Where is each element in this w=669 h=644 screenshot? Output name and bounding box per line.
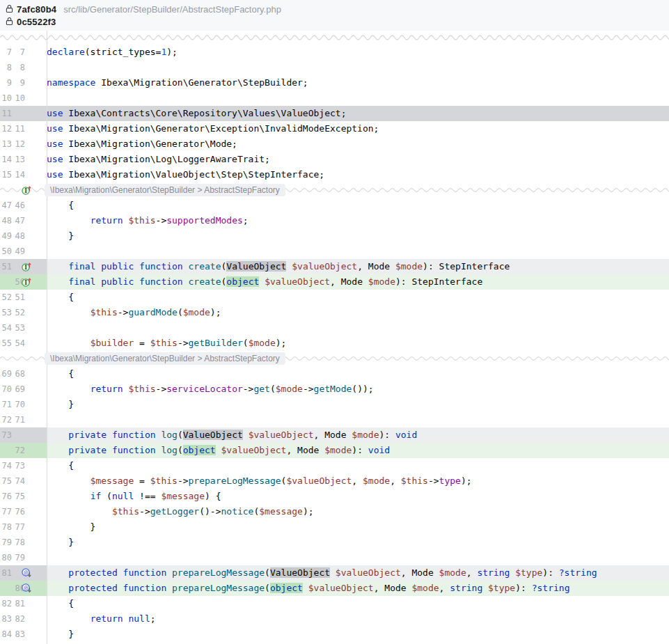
diff-viewer-window: 7afc80b4 src/lib/Generator/StepBuilder/A…: [0, 0, 669, 644]
new-line-number: 71: [12, 412, 25, 427]
gutter: 77: [0, 45, 47, 60]
code-line[interactable]: 4746 {: [0, 198, 669, 213]
new-line-number: 7: [12, 45, 25, 60]
gutter: 8281: [0, 596, 47, 611]
collapsed-region-separator[interactable]: \Ibexa\Migration\Generator\StepBuilder >…: [0, 351, 669, 366]
implements-icon[interactable]: I: [21, 261, 32, 272]
old-line-number: 14: [0, 152, 12, 167]
code-text: use Ibexa\Migration\Log\LoggerAwareTrait…: [47, 152, 669, 167]
new-line-number: 51: [12, 290, 25, 305]
code-line[interactable]: 4847 return $this->supportedModes;: [0, 213, 669, 228]
code-text: {: [47, 596, 669, 611]
old-line-number: 48: [0, 213, 12, 228]
overridden-method-icon[interactable]: @: [21, 567, 32, 579]
code-line[interactable]: 7877 }: [0, 519, 669, 535]
implements-icon[interactable]: I: [21, 184, 32, 196]
code-line[interactable]: 88: [0, 60, 669, 75]
new-line-number: 47: [12, 213, 25, 228]
code-line[interactable]: 7170 }: [0, 397, 669, 412]
code-line[interactable]: 5049: [0, 244, 669, 259]
code-line[interactable]: 77declare(strict_types=1);: [0, 45, 669, 60]
code-line[interactable]: 7776 $this->getLogger()->notice($message…: [0, 504, 669, 519]
gutter: 99: [0, 75, 47, 91]
new-line-number: 13: [12, 152, 25, 167]
removed-line[interactable]: 81@ protected function prepareLogMessage…: [0, 565, 669, 581]
code-text: {: [47, 458, 669, 473]
code-text: return null;: [47, 611, 669, 627]
code-line[interactable]: 1312use Ibexa\Migration\Generator\Mode;: [0, 136, 669, 152]
old-line-number: 8: [0, 60, 12, 75]
code-text: private function log(object $valueObject…: [47, 443, 669, 458]
code-text: }: [47, 535, 669, 550]
code-text: [47, 60, 669, 75]
code-line[interactable]: 1211use Ibexa\Migration\Generator\Except…: [0, 121, 669, 136]
code-line[interactable]: 7574 $message = $this->prepareLogMessage…: [0, 473, 669, 489]
code-line[interactable]: 7271: [0, 412, 669, 427]
implements-icon[interactable]: I: [21, 276, 32, 288]
diff-header: 7afc80b4 src/lib/Generator/StepBuilder/A…: [0, 0, 669, 31]
code-text: $this->guardMode($mode);: [47, 305, 669, 320]
breadcrumb[interactable]: \Ibexa\Migration\Generator\StepBuilder >…: [45, 352, 285, 365]
code-line[interactable]: 99namespace Ibexa\Migration\Generator\St…: [0, 75, 669, 91]
new-line-number: [12, 427, 25, 443]
code-line[interactable]: 1010: [0, 91, 669, 106]
removed-line[interactable]: 51I final public function create(ValueOb…: [0, 259, 669, 274]
old-line-number: 52: [0, 290, 12, 305]
overridden-method-icon[interactable]: @: [21, 583, 32, 594]
code-text: }: [47, 519, 669, 535]
new-line-number: 11: [12, 121, 25, 136]
svg-text:I: I: [24, 187, 27, 194]
code-line[interactable]: 8382 return null;: [0, 611, 669, 627]
code-text: return $this->serviceLocator->get($mode-…: [47, 382, 669, 397]
code-line[interactable]: 7473 {: [0, 458, 669, 473]
old-line-number: 55: [0, 336, 12, 351]
code-line[interactable]: 4948 }: [0, 228, 669, 244]
gutter: 5453: [0, 320, 47, 336]
gutter: 11: [0, 106, 47, 121]
code-line[interactable]: 5352 $this->guardMode($mode);: [0, 305, 669, 320]
code-text: }: [47, 627, 669, 642]
old-line-number: 54: [0, 320, 12, 336]
svg-text:@: @: [24, 569, 27, 576]
old-line-number: 77: [0, 504, 12, 519]
code-line[interactable]: 1413use Ibexa\Migration\Log\LoggerAwareT…: [0, 152, 669, 167]
breadcrumb[interactable]: \Ibexa\Migration\Generator\StepBuilder >…: [45, 184, 285, 196]
code-line[interactable]: 5554 $builder = $this->getBuilder($mode)…: [0, 336, 669, 351]
added-line[interactable]: 80@ protected function prepareLogMessage…: [0, 581, 669, 596]
new-line-number: 76: [12, 504, 25, 519]
code-line[interactable]: 7069 return $this->serviceLocator->get($…: [0, 382, 669, 397]
added-line[interactable]: 72 private function log(object $valueObj…: [0, 443, 669, 458]
removed-line[interactable]: 11use Ibexa\Contracts\Core\Repository\Va…: [0, 106, 669, 121]
code-line[interactable]: 8483 }: [0, 627, 669, 642]
new-line-number: 14: [12, 167, 25, 182]
collapsed-region-separator[interactable]: I\Ibexa\Migration\Generator\StepBuilder …: [0, 182, 669, 198]
old-line-number: 69: [0, 366, 12, 382]
gutter: 7877: [0, 519, 47, 535]
code-text: final public function create(object $val…: [47, 274, 669, 290]
code-line[interactable]: 5453: [0, 320, 669, 336]
gutter: 1211: [0, 121, 47, 136]
code-line[interactable]: 8281 {: [0, 596, 669, 611]
commit-row-new: 0c5522f3: [0, 15, 669, 28]
code-line[interactable]: 7978 }: [0, 535, 669, 550]
gutter: 5049: [0, 244, 47, 259]
code-text: use Ibexa\Migration\ValueObject\Step\Ste…: [47, 167, 669, 182]
commit-hash-old: 7afc80b4: [17, 4, 56, 15]
old-line-number: 71: [0, 397, 12, 412]
diff-editor: 77declare(strict_types=1);8899namespace …: [0, 31, 669, 644]
gutter: 4847: [0, 213, 47, 228]
code-line[interactable]: 7675 if (null !== $message) {: [0, 489, 669, 504]
removed-line[interactable]: 73 private function log(ValueObject $val…: [0, 427, 669, 443]
new-line-number: 10: [12, 91, 25, 106]
code-line[interactable]: 5251 {: [0, 290, 669, 305]
gutter: 7978: [0, 535, 47, 550]
code-text: private function log(ValueObject $valueO…: [47, 427, 669, 443]
code-line[interactable]: 1514use Ibexa\Migration\ValueObject\Step…: [0, 167, 669, 182]
code-line[interactable]: 6968 {: [0, 366, 669, 382]
gutter: 4948: [0, 228, 47, 244]
code-text: {: [47, 198, 669, 213]
added-line[interactable]: 50I final public function create(object …: [0, 274, 669, 290]
code-text: use Ibexa\Migration\Generator\Exception\…: [47, 121, 669, 136]
code-line[interactable]: 8079: [0, 550, 669, 565]
new-line-number: 77: [12, 519, 25, 535]
